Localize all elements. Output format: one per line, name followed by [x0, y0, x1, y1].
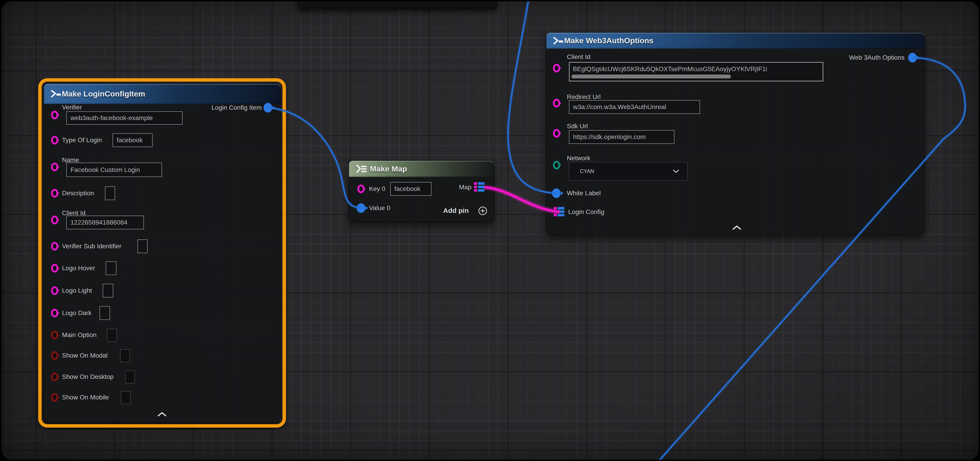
logo-dark-input[interactable] — [100, 306, 110, 320]
dropdown-chevron-icon — [673, 169, 679, 173]
show-on-desktop-checkbox[interactable] — [125, 370, 135, 383]
show-on-modal-pin[interactable] — [51, 351, 58, 360]
node-header[interactable]: Make Map — [349, 161, 494, 177]
type-of-login-value: facebook — [117, 137, 143, 144]
add-pin-button[interactable]: Add pin — [443, 207, 469, 215]
description-input[interactable] — [105, 186, 115, 200]
pin-label: Logo Dark — [62, 309, 92, 317]
node-make-web3authoptions[interactable]: Make Web3AuthOptions Web 3Auth Options C… — [546, 33, 924, 234]
verifier-input[interactable]: web3auth-facebook-example — [66, 111, 183, 125]
pin-label: Client Id — [567, 53, 590, 60]
client-id-scrollbar[interactable] — [571, 75, 731, 78]
map-output-label: Map — [459, 184, 471, 191]
pin-label: Redirect Url — [567, 93, 601, 101]
add-pin-plus-icon[interactable] — [478, 206, 487, 216]
show-on-modal-checkbox[interactable] — [120, 349, 130, 362]
redirect-url-input[interactable]: w3a://com.w3a.Web3AuthUnreal — [569, 100, 700, 114]
wire-loginconfig-to-value0-glow — [268, 108, 361, 208]
logo-dark-pin[interactable] — [51, 309, 58, 317]
node-make-map[interactable]: Make Map Key 0 facebook Map Value 0 Add … — [349, 161, 494, 221]
main-option-checkbox[interactable] — [107, 329, 117, 342]
name-input[interactable]: Facebook Custom Login — [66, 162, 162, 177]
client-id-value: BEglQSgt4cUWcj6SKRdu5QkOXTsePmMcusG5EAoy… — [573, 65, 767, 73]
verifier-sub-identifier-pin[interactable] — [51, 242, 58, 251]
output-pin-label: Web 3Auth Options — [849, 54, 905, 61]
pin-label: Main Option — [62, 331, 97, 339]
sdk-url-value: https://sdk.openlogin.com — [573, 133, 646, 141]
make-struct-icon — [50, 89, 62, 99]
pin-label: Key 0 — [369, 185, 385, 192]
node-title: Make Map — [370, 164, 407, 173]
network-dropdown[interactable]: CYAN — [569, 162, 688, 181]
web3auth-options-output-pin[interactable] — [908, 53, 917, 62]
make-map-icon — [355, 164, 368, 174]
description-pin[interactable] — [51, 189, 58, 197]
verifier-sub-identifier-input[interactable] — [137, 239, 148, 253]
collapse-chevron-icon[interactable] — [732, 225, 742, 230]
login-config-item-output-pin[interactable] — [264, 103, 272, 113]
blueprint-editor: Make LoginConfigItem Login Config Item V… — [0, 0, 980, 461]
pin-label: Verifier Sub Identifier — [62, 243, 121, 250]
pin-label: Logo Light — [62, 287, 92, 294]
node-header[interactable]: Make Web3AuthOptions — [546, 33, 924, 49]
login-config-pin[interactable] — [554, 207, 564, 216]
key-0-input[interactable]: facebook — [390, 182, 431, 196]
node-title: Make LoginConfigItem — [62, 89, 145, 99]
client-id-pin[interactable] — [553, 64, 560, 73]
network-pin[interactable] — [553, 161, 560, 169]
make-struct-icon — [552, 36, 564, 46]
pin-label: Description — [62, 189, 94, 197]
blueprint-canvas[interactable]: Make LoginConfigItem Login Config Item V… — [2, 2, 978, 459]
verifier-value: web3auth-facebook-example — [70, 114, 153, 122]
collapse-chevron-icon[interactable] — [157, 412, 167, 417]
show-on-mobile-pin[interactable] — [51, 393, 58, 402]
logo-light-pin[interactable] — [51, 286, 58, 295]
logo-hover-input[interactable] — [106, 261, 116, 275]
map-output-pin[interactable] — [474, 182, 485, 192]
pin-label: Login Config — [568, 208, 604, 216]
partial-node-top[interactable] — [298, 2, 497, 9]
client-id-pin[interactable] — [51, 216, 58, 224]
key-0-pin[interactable] — [357, 184, 364, 193]
pin-label: Network — [567, 154, 590, 162]
redirect-url-value: w3a://com.w3a.Web3AuthUnreal — [573, 103, 666, 111]
logo-hover-pin[interactable] — [51, 264, 58, 273]
name-value: Facebook Custom Login — [70, 166, 140, 173]
pin-label: Type Of Login — [62, 137, 102, 144]
client-id-input[interactable]: 1222658941886084 — [66, 216, 144, 229]
pin-label: Show On Desktop — [62, 373, 114, 380]
pin-label: Sdk Url — [567, 122, 588, 130]
main-option-pin[interactable] — [51, 331, 58, 339]
sdk-url-input[interactable]: https://sdk.openlogin.com — [569, 130, 675, 144]
type-of-login-pin[interactable] — [51, 136, 58, 145]
sdk-url-pin[interactable] — [553, 129, 560, 138]
output-pin-label: Login Config Item — [212, 104, 262, 111]
verifier-pin[interactable] — [51, 111, 58, 119]
client-id-value: 1222658941886084 — [70, 219, 127, 226]
network-selected-value: CYAN — [580, 168, 594, 175]
pin-label: Value 0 — [369, 204, 390, 212]
type-of-login-input[interactable]: facebook — [113, 133, 153, 147]
pin-label: Show On Mobile — [62, 394, 109, 401]
pin-label: White Label — [567, 189, 601, 197]
node-make-loginconfigitem[interactable]: Make LoginConfigItem Login Config Item V… — [44, 84, 280, 422]
redirect-url-pin[interactable] — [553, 99, 560, 108]
show-on-desktop-pin[interactable] — [51, 372, 58, 381]
node-title: Make Web3AuthOptions — [564, 36, 653, 45]
client-id-input[interactable]: BEglQSgt4cUWcj6SKRdu5QkOXTsePmMcusG5EAoy… — [569, 62, 823, 81]
key-0-value: facebook — [395, 185, 420, 192]
pin-label: Show On Modal — [62, 352, 108, 359]
white-label-pin[interactable] — [552, 188, 561, 198]
logo-light-input[interactable] — [103, 284, 113, 297]
name-pin[interactable] — [51, 162, 58, 171]
wire-loginconfig-to-value0 — [268, 108, 361, 208]
show-on-mobile-checkbox[interactable] — [121, 391, 130, 404]
value-0-pin[interactable] — [356, 203, 365, 213]
node-header[interactable]: Make LoginConfigItem — [44, 84, 280, 104]
pin-label: Logo Hover — [62, 265, 95, 272]
pin-label: Verifier — [62, 104, 82, 111]
